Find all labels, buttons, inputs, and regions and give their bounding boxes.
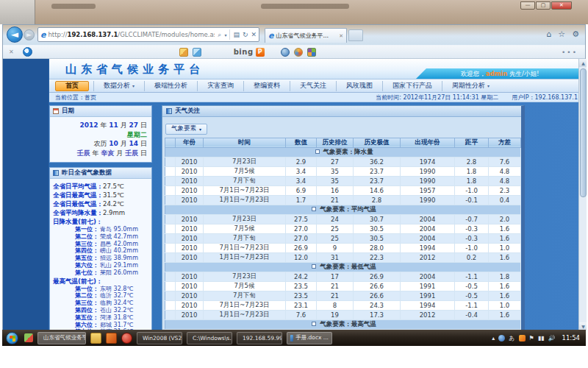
taskbar-button-0[interactable]: Win2008 (VS2...: [137, 332, 182, 344]
maximize-button[interactable]: ▢: [536, 1, 551, 10]
nav-item-3[interactable]: 灾害查询: [197, 81, 243, 91]
background-title-blur: [51, 4, 96, 9]
nav-item-1[interactable]: 数据分析▾: [93, 81, 144, 91]
input-method-icon[interactable]: あ: [509, 334, 514, 342]
explorer-icon[interactable]: [90, 333, 101, 344]
cards-icon[interactable]: [179, 48, 188, 57]
element-filter-button[interactable]: 气象要素▾: [165, 124, 207, 135]
compass-logo-icon[interactable]: [23, 47, 32, 57]
compatibility-view-icon[interactable]: ▤: [233, 31, 240, 38]
table-row: 20107月1日~7月23日23.1824.31994-1.11.0: [165, 300, 521, 310]
tab-close-icon[interactable]: ✕: [339, 33, 343, 39]
minimize-button[interactable]: —: [520, 1, 535, 10]
address-bar[interactable]: e http://192.168.137.1/GLCCLIMATE/module…: [37, 27, 259, 42]
taskbar-button-2[interactable]: 192.168.59.99...: [237, 332, 282, 344]
media-app-icon[interactable]: [106, 333, 117, 344]
new-tab-button[interactable]: [348, 29, 363, 41]
home-icon[interactable]: ⌂: [546, 29, 551, 39]
search-dropdown-icon[interactable]: ▾: [224, 32, 226, 38]
photo-grid-icon[interactable]: [307, 48, 316, 57]
hidden-icons-arrow[interactable]: ▴: [492, 335, 495, 342]
row-lead-cell: [165, 300, 176, 310]
table-cell: 7月23日: [204, 272, 286, 281]
page-scrollbar[interactable]: ▲ ▼: [578, 59, 587, 330]
row-lead-cell: [165, 272, 176, 281]
nav-item-label: 国家下行产品: [392, 81, 432, 91]
system-tray: ▴ あ ⚑ ▮▮ 🔊 11:54: [492, 334, 586, 342]
messenger-icon[interactable]: [281, 48, 290, 57]
taskbar-button-icon: [290, 335, 293, 342]
column-header: 距平: [455, 138, 489, 147]
weather-panel-title: 昨日全省气象数据: [62, 169, 112, 177]
table-cell: 21: [317, 291, 354, 300]
settings-gear-icon[interactable]: ⚙: [572, 29, 579, 39]
rank-line: 第三位：昌邑 42.0mm: [53, 241, 148, 248]
stop-icon[interactable]: ✕: [251, 31, 257, 38]
table-cell: 14.6: [354, 185, 401, 195]
thunder-tray-icon[interactable]: [519, 335, 526, 342]
volume-icon[interactable]: 🔊: [548, 335, 556, 342]
table-cell: 23.7: [354, 166, 401, 176]
table-cell: 2010: [176, 195, 204, 205]
search-icon[interactable]: ⌕: [218, 31, 221, 39]
nav-item-0[interactable]: 首页: [55, 81, 89, 91]
expand-box-icon[interactable]: [312, 207, 316, 211]
close-button[interactable]: ✕: [551, 1, 572, 10]
bing-logo[interactable]: bing: [234, 48, 254, 56]
sidebar: 日期 2012 年 11 月 27 日星期二农历 10 月 14 日壬辰 年 辛…: [49, 105, 152, 330]
row-lead-cell: [165, 157, 176, 166]
stat-line: 全省日平均气温：27.5℃: [53, 182, 148, 191]
nav-item-8[interactable]: 周期性分析▾: [442, 81, 499, 91]
date-text: 日: [138, 140, 147, 147]
taskbar-button-1[interactable]: C:\Windows\s...: [187, 332, 232, 344]
rank-station-value: 莱阳 26.0mm: [100, 269, 138, 277]
rank-station-value: 郯城 31.7℃: [100, 322, 133, 329]
p-badge-icon[interactable]: P: [256, 48, 265, 57]
table-cell: 35: [317, 166, 354, 176]
table-cell: 2010: [176, 157, 204, 166]
nav-item-7[interactable]: 国家下行产品: [382, 81, 442, 91]
scroll-up-icon[interactable]: ▲: [579, 59, 587, 67]
taskbar-button-3[interactable]: 手册.docx ...: [287, 332, 332, 344]
toolbar-close-icon[interactable]: ✕: [9, 49, 14, 55]
table-cell: 2010: [176, 166, 204, 176]
browser-tab[interactable]: e 山东省气候业务平... ✕: [265, 28, 347, 43]
table-cell: 2010: [176, 214, 204, 224]
action-center-flag-icon[interactable]: ⚑: [529, 335, 534, 342]
table-cell: 7月5候: [204, 224, 286, 233]
group-name: 气象要素：最高气温: [320, 320, 376, 328]
scrollbar-thumb[interactable]: [580, 68, 587, 197]
rank-station-value: 昌邑 42.0mm: [100, 241, 138, 248]
mail-send-icon[interactable]: [193, 48, 201, 57]
table-cell: 2004: [401, 224, 455, 233]
rank-label: 第六位：: [53, 322, 98, 329]
table-cell: 2010: [176, 272, 204, 281]
spark-icon[interactable]: [294, 48, 303, 57]
tray-app-icon[interactable]: [24, 333, 33, 342]
date-text: 10: [109, 140, 118, 147]
table-cell: 2012: [401, 252, 455, 262]
date-line: 2012 年 11 月 27 日: [50, 121, 147, 130]
expand-box-icon[interactable]: [315, 149, 320, 154]
refresh-icon[interactable]: ↻: [243, 31, 248, 38]
table-cell: 7.6: [489, 157, 521, 166]
table-cell: 26.6: [354, 291, 401, 300]
table-row: 20101月1日~7月23日7.61917.32012-0.41.6: [165, 310, 521, 319]
back-button[interactable]: ◄: [7, 26, 23, 43]
player-icon[interactable]: [121, 333, 132, 344]
network-icon[interactable]: ▮▮: [538, 335, 545, 342]
nav-item-2[interactable]: 极端性分析: [144, 81, 197, 91]
nav-item-5[interactable]: 天气关注: [290, 81, 336, 91]
table-row: 20107月23日27.52430.72004-0.72.0: [165, 214, 521, 224]
table-cell: 30.7: [354, 214, 401, 224]
favorites-star-icon[interactable]: ☆: [558, 29, 565, 39]
expand-box-icon[interactable]: [312, 264, 316, 269]
messenger-tray-icon[interactable]: [498, 335, 505, 342]
expand-box-icon[interactable]: [312, 322, 316, 326]
nav-item-4[interactable]: 整编资料: [243, 81, 290, 91]
toolbar-overflow-icon[interactable]: •••: [562, 49, 578, 56]
forward-button[interactable]: ►: [24, 29, 35, 40]
start-button[interactable]: [6, 332, 18, 344]
nav-item-6[interactable]: 风玫瑰图: [336, 81, 382, 91]
taskbar-ie-button[interactable]: 山东省气候业务平...: [37, 332, 86, 344]
